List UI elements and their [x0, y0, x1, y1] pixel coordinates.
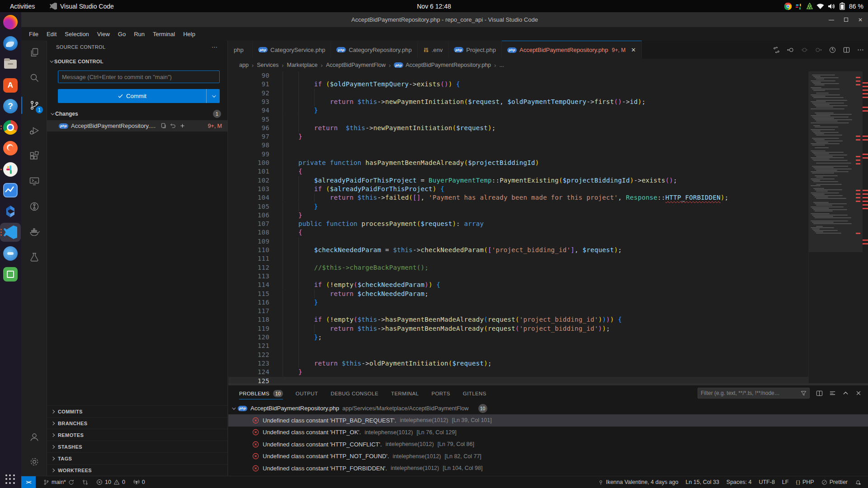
tab-categoryrepository-php[interactable]: phpCategoryRepository.php	[331, 41, 417, 59]
commit-dropdown-button[interactable]	[206, 89, 220, 103]
menu-file[interactable]: File	[25, 29, 42, 39]
minimap[interactable]	[808, 71, 863, 385]
window-titlebar[interactable]: AcceptBidPaymentRepository.php - repo_co…	[21, 12, 868, 27]
code-line-98[interactable]: 98	[228, 141, 868, 150]
system-monitor-dock-icon[interactable]	[3, 183, 18, 198]
code-editor[interactable]: 9091 if ($oldPaymentTempQuery->exists())…	[228, 71, 868, 385]
code-line-106[interactable]: 106 }	[228, 211, 868, 220]
menu-view[interactable]: View	[93, 29, 114, 39]
blue-knot-dock-icon[interactable]	[3, 204, 18, 219]
breadcrumb-item[interactable]: phpAcceptBidPaymentRepository.php	[394, 62, 491, 68]
panel-tab-problems[interactable]: PROBLEMS10	[239, 385, 283, 402]
open-changes-icon[interactable]	[773, 46, 780, 54]
section-commits[interactable]: COMMITS	[47, 405, 227, 417]
tab-acceptbidpaymentrepository-php[interactable]: phpAcceptBidPaymentRepository.php9+, M✕	[502, 41, 642, 59]
section-remotes[interactable]: REMOTES	[47, 429, 227, 441]
section-tags[interactable]: TAGS	[47, 452, 227, 464]
code-line-118[interactable]: 118 if (!empty($this->hasPaymentBeenMade…	[228, 315, 868, 324]
blue-app-dock-icon[interactable]	[3, 246, 18, 261]
panel-tab-ports[interactable]: PORTS	[431, 385, 450, 402]
tab-php[interactable]: php	[228, 41, 253, 59]
problem-row[interactable]: Undefined class constant 'HTTP_CONFLICT'…	[228, 438, 868, 450]
ports-status-item[interactable]: 0	[130, 479, 148, 485]
slack-dock-icon[interactable]	[3, 162, 18, 177]
panel-tab-output[interactable]: OUTPUT	[296, 385, 318, 402]
commit-button[interactable]: Commit	[58, 89, 220, 103]
code-line-120[interactable]: 120 };	[228, 333, 868, 342]
view-as-table-icon[interactable]	[816, 390, 823, 397]
code-line-107[interactable]: 107 public function processPayment($requ…	[228, 220, 868, 228]
code-line-95[interactable]: 95	[228, 115, 868, 124]
code-line-94[interactable]: 94 }	[228, 106, 868, 115]
code-line-111[interactable]: 111	[228, 254, 868, 263]
clock-button[interactable]: Nov 6 12:48	[417, 0, 451, 12]
language-mode-status-item[interactable]: { } PHP	[793, 476, 817, 488]
system-tray[interactable]: 86 %	[784, 0, 863, 12]
menu-selection[interactable]: Selection	[61, 29, 93, 39]
code-line-119[interactable]: 119 return $this->hasPaymentBeenMadeAlre…	[228, 324, 868, 333]
minimize-icon[interactable]: —	[828, 17, 835, 23]
problem-row[interactable]: Undefined class constant 'HTTP_FORBIDDEN…	[228, 462, 868, 474]
postman-dock-icon[interactable]	[3, 141, 18, 156]
previous-change-icon[interactable]	[787, 46, 794, 54]
file-history-icon[interactable]	[829, 46, 836, 54]
collapse-all-icon[interactable]	[829, 390, 836, 397]
menu-edit[interactable]: Edit	[42, 29, 61, 39]
vscode-dock-icon[interactable]	[3, 225, 18, 240]
changed-file-row[interactable]: php AcceptBidPaymentRepository.php 9+, M	[47, 120, 227, 131]
problem-row[interactable]: Undefined class constant 'HTTP_OK'.intel…	[228, 427, 868, 439]
cursor-position-status-item[interactable]: Ln 15, Col 33	[682, 476, 722, 488]
code-line-91[interactable]: 91 if ($oldPaymentTempQuery->exists()) {	[228, 80, 868, 89]
code-line-99[interactable]: 99	[228, 150, 868, 159]
stage-changes-icon[interactable]	[179, 123, 185, 129]
breadcrumb-item[interactable]: ...	[499, 62, 504, 68]
problems-status-item[interactable]: 10 0	[93, 479, 128, 485]
settings-gear-icon[interactable]	[21, 451, 47, 472]
code-line-97[interactable]: 97 }	[228, 132, 868, 141]
breadcrumb-item[interactable]: Services	[257, 62, 278, 68]
code-line-108[interactable]: 108 {	[228, 228, 868, 237]
activities-button[interactable]: Activities	[6, 0, 38, 12]
green-app-dock-icon[interactable]	[3, 267, 18, 282]
remote-indicator[interactable]: ><	[21, 476, 36, 488]
files-dock-icon[interactable]	[3, 56, 18, 72]
code-line-103[interactable]: 103 if ($alreadyPaidForThisProject) {	[228, 185, 868, 193]
source-control-icon[interactable]: 1	[21, 95, 47, 116]
close-tab-icon[interactable]: ✕	[631, 47, 636, 53]
thunderbird-dock-icon[interactable]	[3, 36, 18, 51]
explorer-icon[interactable]	[21, 42, 47, 63]
code-line-96[interactable]: 96 return $this->newPaymentInitiation($r…	[228, 124, 868, 132]
maximize-panel-icon[interactable]	[842, 390, 849, 397]
more-actions-icon[interactable]	[857, 46, 864, 54]
tab--env[interactable]: .env	[418, 41, 449, 59]
panel-tab-terminal[interactable]: TERMINAL	[391, 385, 419, 402]
code-line-101[interactable]: 101 {	[228, 167, 868, 176]
discard-changes-icon[interactable]	[170, 123, 176, 129]
source-control-section-header[interactable]: SOURCE CONTROL	[50, 59, 104, 64]
code-line-90[interactable]: 90	[228, 71, 868, 80]
ubuntu-software-dock-icon[interactable]: A	[3, 78, 18, 93]
problem-row[interactable]: Undefined class constant 'HTTP_NOT_FOUND…	[228, 450, 868, 463]
breadcrumb-item[interactable]: AcceptBidPaymentFlow	[326, 62, 386, 68]
eol-status-item[interactable]: LF	[779, 476, 792, 488]
menu-run[interactable]: Run	[130, 29, 149, 39]
git-compare-status-item[interactable]	[79, 479, 91, 485]
accounts-icon[interactable]	[21, 427, 47, 447]
code-line-92[interactable]: 92	[228, 89, 868, 98]
problems-file-group-row[interactable]: php AcceptBidPaymentRepository.php app/S…	[232, 403, 868, 414]
tab-categoryservice-php[interactable]: phpCategoryService.php	[253, 41, 331, 59]
section-stashes[interactable]: STASHES	[47, 441, 227, 452]
remote-explorer-icon[interactable]	[21, 171, 47, 192]
code-line-114[interactable]: 114 if (!empty($checkNeededParam)) {	[228, 281, 868, 289]
split-editor-icon[interactable]	[843, 46, 850, 54]
gitlens-icon[interactable]	[21, 196, 47, 217]
menu-go[interactable]: Go	[114, 29, 130, 39]
focused-app-indicator[interactable]: Visual Studio Code	[50, 0, 114, 12]
menu-help[interactable]: Help	[179, 29, 199, 39]
tab-project-php[interactable]: phpProject.php	[448, 41, 502, 59]
panel-tab-debug-console[interactable]: DEBUG CONSOLE	[330, 385, 378, 402]
more-actions-icon[interactable]: ···	[212, 43, 217, 50]
maximize-icon[interactable]	[843, 17, 849, 23]
code-line-102[interactable]: 102 $alreadyPaidForThisProject = BuyerPa…	[228, 176, 868, 185]
git-blame-status-item[interactable]: Ikenna Valentine, 4 days ago	[595, 476, 681, 488]
